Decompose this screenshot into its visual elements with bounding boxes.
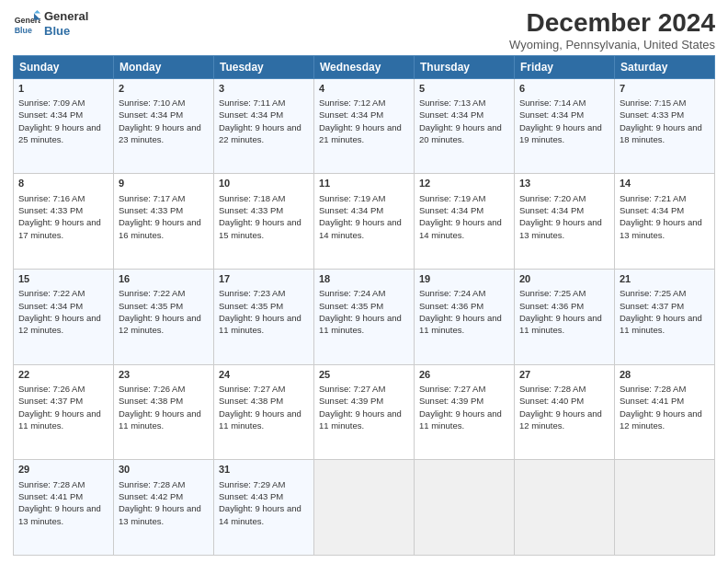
sunrise: Sunrise: 7:22 AM <box>18 288 85 298</box>
calendar-cell: 17Sunrise: 7:23 AMSunset: 4:35 PMDayligh… <box>214 270 314 365</box>
calendar-cell <box>314 460 415 556</box>
svg-marker-3 <box>34 10 40 14</box>
logo-icon: General Blue <box>13 10 40 38</box>
main-title: December 2024 <box>509 9 715 38</box>
calendar-cell: 6Sunrise: 7:14 AMSunset: 4:34 PMDaylight… <box>515 78 615 174</box>
header-friday: Friday <box>515 55 615 78</box>
sunset: Sunset: 4:37 PM <box>620 301 684 311</box>
daylight: Daylight: 9 hours and 13 minutes. <box>519 217 602 239</box>
sunset: Sunset: 4:34 PM <box>319 205 383 215</box>
sunrise: Sunrise: 7:27 AM <box>319 384 385 394</box>
day-number: 27 <box>519 368 609 382</box>
daylight: Daylight: 9 hours and 18 minutes. <box>620 122 702 144</box>
sunset: Sunset: 4:37 PM <box>18 396 83 406</box>
day-number: 15 <box>18 272 108 286</box>
day-number: 1 <box>18 82 108 96</box>
sunset: Sunset: 4:41 PM <box>18 491 83 501</box>
daylight: Daylight: 9 hours and 25 minutes. <box>18 122 101 144</box>
calendar-cell <box>415 460 515 556</box>
calendar-cell: 1Sunrise: 7:09 AMSunset: 4:34 PMDaylight… <box>14 78 114 174</box>
sunrise: Sunrise: 7:28 AM <box>620 384 686 394</box>
calendar-cell: 9Sunrise: 7:17 AMSunset: 4:33 PMDaylight… <box>114 174 214 270</box>
daylight: Daylight: 9 hours and 22 minutes. <box>219 122 301 144</box>
sunrise: Sunrise: 7:23 AM <box>219 288 285 298</box>
calendar-cell: 19Sunrise: 7:24 AMSunset: 4:36 PMDayligh… <box>415 270 515 365</box>
calendar-cell: 8Sunrise: 7:16 AMSunset: 4:33 PMDaylight… <box>14 174 114 270</box>
daylight: Daylight: 9 hours and 11 minutes. <box>419 408 502 431</box>
header-sunday: Sunday <box>14 55 114 78</box>
daylight: Daylight: 9 hours and 12 minutes. <box>18 313 101 335</box>
sunrise: Sunrise: 7:11 AM <box>219 98 285 108</box>
calendar-cell: 27Sunrise: 7:28 AMSunset: 4:40 PMDayligh… <box>515 364 615 460</box>
calendar-cell: 12Sunrise: 7:19 AMSunset: 4:34 PMDayligh… <box>415 174 515 270</box>
calendar-cell: 21Sunrise: 7:25 AMSunset: 4:37 PMDayligh… <box>615 270 715 365</box>
calendar-week-row-1: 1Sunrise: 7:09 AMSunset: 4:34 PMDaylight… <box>14 78 715 174</box>
calendar-cell: 18Sunrise: 7:24 AMSunset: 4:35 PMDayligh… <box>314 270 415 365</box>
sunset: Sunset: 4:33 PM <box>119 205 183 215</box>
sunset: Sunset: 4:34 PM <box>18 301 83 311</box>
sunset: Sunset: 4:34 PM <box>319 109 383 120</box>
day-number: 30 <box>119 463 209 477</box>
logo-text-blue: Blue <box>44 24 88 39</box>
day-number: 2 <box>119 82 209 96</box>
sunset: Sunset: 4:34 PM <box>18 109 83 120</box>
daylight: Daylight: 9 hours and 11 minutes. <box>620 313 702 335</box>
sunrise: Sunrise: 7:12 AM <box>319 98 385 108</box>
sunrise: Sunrise: 7:21 AM <box>620 193 686 203</box>
sunset: Sunset: 4:38 PM <box>219 396 283 406</box>
day-number: 11 <box>319 177 409 190</box>
daylight: Daylight: 9 hours and 23 minutes. <box>119 122 201 144</box>
day-number: 16 <box>119 272 209 286</box>
sunrise: Sunrise: 7:20 AM <box>519 193 586 203</box>
calendar-cell: 14Sunrise: 7:21 AMSunset: 4:34 PMDayligh… <box>615 174 715 270</box>
calendar-cell: 26Sunrise: 7:27 AMSunset: 4:39 PMDayligh… <box>415 364 515 460</box>
calendar-cell: 15Sunrise: 7:22 AMSunset: 4:34 PMDayligh… <box>14 270 114 365</box>
day-number: 22 <box>18 368 108 382</box>
calendar-cell: 16Sunrise: 7:22 AMSunset: 4:35 PMDayligh… <box>114 270 214 365</box>
sunrise: Sunrise: 7:24 AM <box>419 288 485 298</box>
sunset: Sunset: 4:35 PM <box>219 301 283 311</box>
calendar-cell: 4Sunrise: 7:12 AMSunset: 4:34 PMDaylight… <box>314 78 415 174</box>
daylight: Daylight: 9 hours and 15 minutes. <box>219 217 301 239</box>
calendar-cell: 25Sunrise: 7:27 AMSunset: 4:39 PMDayligh… <box>314 364 415 460</box>
header-row: General Blue General Blue December 2024 … <box>13 9 715 52</box>
sunrise: Sunrise: 7:19 AM <box>419 193 485 203</box>
calendar-week-row-2: 8Sunrise: 7:16 AMSunset: 4:33 PMDaylight… <box>14 174 715 270</box>
sunset: Sunset: 4:34 PM <box>519 109 584 120</box>
daylight: Daylight: 9 hours and 13 minutes. <box>18 503 101 525</box>
calendar-cell: 31Sunrise: 7:29 AMSunset: 4:43 PMDayligh… <box>214 460 314 556</box>
sunrise: Sunrise: 7:29 AM <box>219 479 285 489</box>
calendar-cell: 29Sunrise: 7:28 AMSunset: 4:41 PMDayligh… <box>14 460 114 556</box>
daylight: Daylight: 9 hours and 11 minutes. <box>319 313 402 335</box>
header-monday: Monday <box>114 55 214 78</box>
daylight: Daylight: 9 hours and 11 minutes. <box>319 408 402 431</box>
logo-text-general: General <box>44 9 88 24</box>
calendar-cell: 20Sunrise: 7:25 AMSunset: 4:36 PMDayligh… <box>515 270 615 365</box>
calendar-cell: 3Sunrise: 7:11 AMSunset: 4:34 PMDaylight… <box>214 78 314 174</box>
sunset: Sunset: 4:40 PM <box>519 396 584 406</box>
sunrise: Sunrise: 7:14 AM <box>519 98 586 108</box>
day-number: 26 <box>419 368 509 382</box>
day-number: 8 <box>18 177 108 190</box>
daylight: Daylight: 9 hours and 14 minutes. <box>419 217 502 239</box>
header-tuesday: Tuesday <box>214 55 314 78</box>
sunset: Sunset: 4:39 PM <box>319 396 383 406</box>
sunrise: Sunrise: 7:24 AM <box>319 288 385 298</box>
daylight: Daylight: 9 hours and 21 minutes. <box>319 122 402 144</box>
daylight: Daylight: 9 hours and 16 minutes. <box>119 217 201 239</box>
day-number: 12 <box>419 177 509 190</box>
daylight: Daylight: 9 hours and 12 minutes. <box>119 313 201 335</box>
sunset: Sunset: 4:34 PM <box>519 205 584 215</box>
page: General Blue General Blue December 2024 … <box>0 0 728 563</box>
calendar-week-row-4: 22Sunrise: 7:26 AMSunset: 4:37 PMDayligh… <box>14 364 715 460</box>
calendar-cell <box>615 460 715 556</box>
calendar-cell: 24Sunrise: 7:27 AMSunset: 4:38 PMDayligh… <box>214 364 314 460</box>
day-number: 4 <box>319 82 409 96</box>
sunrise: Sunrise: 7:13 AM <box>419 98 485 108</box>
sunset: Sunset: 4:42 PM <box>119 491 183 501</box>
calendar-cell: 5Sunrise: 7:13 AMSunset: 4:34 PMDaylight… <box>415 78 515 174</box>
logo: General Blue General Blue <box>13 9 88 38</box>
sunset: Sunset: 4:33 PM <box>620 109 684 120</box>
sunrise: Sunrise: 7:27 AM <box>419 384 485 394</box>
daylight: Daylight: 9 hours and 12 minutes. <box>620 408 702 431</box>
